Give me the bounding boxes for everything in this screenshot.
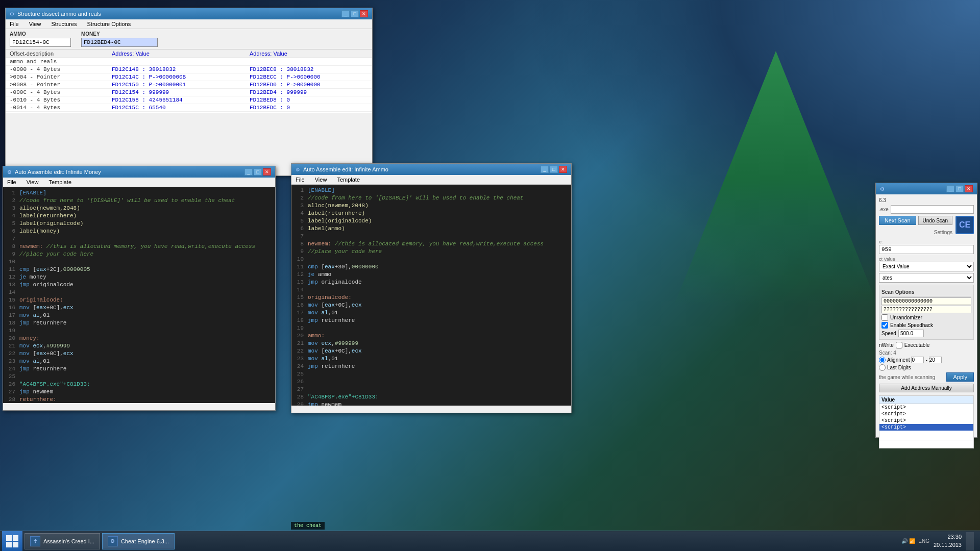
table-row[interactable]: -000C - 4 BytesFD12C154 : 999999FD12BED4…: [6, 89, 372, 96]
ce-unrandomizer-checkbox[interactable]: [881, 314, 888, 321]
line-code: newmem: //this is allocated memory, you …: [308, 240, 569, 248]
struct-table-container: ammo and reals-0000 - 4 BytesFD12C148 : …: [6, 58, 372, 169]
code-line: 12je money: [5, 273, 273, 281]
ce-last-digits-radio[interactable]: [879, 364, 886, 371]
code-ammo-maximize-btn[interactable]: □: [550, 166, 558, 173]
code-ammo-close-btn[interactable]: ✕: [559, 166, 567, 173]
struct-close-btn[interactable]: ✕: [360, 10, 368, 17]
code-money-menu-template[interactable]: Template: [46, 179, 74, 186]
ce-logo-row: Next Scan Undo Scan Settings CE: [879, 216, 974, 235]
ce-apply-button[interactable]: Apply: [946, 372, 974, 382]
ce-align-from-input[interactable]: [911, 357, 924, 363]
start-button[interactable]: [2, 531, 22, 552]
ce-value-text-input[interactable]: [879, 440, 973, 448]
line-number: 19: [293, 324, 308, 332]
code-line: 14: [293, 286, 569, 294]
struct-menu-structures[interactable]: Structures: [49, 20, 79, 28]
line-number: 6: [293, 225, 308, 233]
struct-cell-val1: FD12C148 : 38018832: [112, 66, 250, 72]
ce-unrandomizer-row: Unrandomizer: [881, 314, 971, 321]
code-ammo-menu-view[interactable]: View: [313, 176, 329, 183]
ce-alignment-radio[interactable]: [879, 357, 886, 363]
struct-maximize-btn[interactable]: □: [351, 10, 359, 17]
struct-table: ammo and reals-0000 - 4 BytesFD12C148 : …: [6, 58, 372, 113]
code-money-close-btn[interactable]: ✕: [263, 168, 271, 176]
code-line: 18jmp returnhere: [293, 317, 569, 324]
ce-add-address-button[interactable]: Add Address Manually: [879, 384, 974, 392]
table-row[interactable]: >0008 - PointerFD12C150 : P->00000001FD1…: [6, 81, 372, 89]
ce-value-list[interactable]: <script><script><script><script>: [879, 404, 973, 440]
ce-value-input[interactable]: [879, 245, 974, 254]
ce-panel-maximize-btn[interactable]: □: [955, 185, 964, 192]
list-item[interactable]: <script>: [879, 424, 973, 431]
undo-scan-button[interactable]: Undo Scan: [918, 216, 952, 225]
code-line: 8newmem: //this is allocated memory, you…: [5, 243, 273, 251]
code-money-title-icon: ⚙: [7, 169, 12, 175]
ce-speed-input[interactable]: [898, 330, 924, 337]
code-ammo-titlebar[interactable]: ⚙ Auto Assemble edit: Infinite Ammo _ □ …: [291, 164, 571, 175]
ce-hex-mask-input[interactable]: [881, 306, 971, 313]
line-code: [308, 370, 569, 378]
line-code: "AC4BFSP.exe"+C81D33:: [308, 393, 569, 401]
next-scan-button[interactable]: Next Scan: [879, 216, 916, 225]
ce-value-type-select[interactable]: Exact Value Bigger than... Smaller than.…: [879, 262, 974, 271]
table-row[interactable]: -0010 - 4 BytesFD12C158 : 4245651184FD12…: [6, 96, 372, 104]
line-code: alloc(newmem,2048): [308, 202, 569, 210]
table-row[interactable]: -0000 - 4 BytesFD12C148 : 38018832FD12BE…: [6, 66, 372, 73]
table-row[interactable]: >0004 - PointerFD12C14C : P->0000000BFD1…: [6, 73, 372, 81]
struct-titlebar[interactable]: ⚙ Structure dissect:ammo and reals _ □ ✕: [6, 8, 372, 19]
line-number: 22: [5, 350, 19, 358]
code-ammo-menu-file[interactable]: File: [293, 176, 307, 183]
ce-settings-label[interactable]: Settings: [934, 230, 952, 235]
line-number: 20: [293, 332, 308, 340]
line-number: 5: [5, 220, 19, 228]
ce-align-to-input[interactable]: [929, 357, 942, 363]
list-item[interactable]: <script>: [879, 411, 973, 417]
struct-ammo-input[interactable]: [10, 38, 71, 47]
ce-exe-input[interactable]: [891, 205, 974, 214]
line-code: originalcode:: [19, 296, 273, 304]
code-money-menu-view[interactable]: View: [24, 179, 41, 186]
table-row[interactable]: ammo and reals: [6, 58, 372, 66]
struct-cell-offset: -000C - 4 Bytes: [10, 89, 112, 95]
ce-panel-minimize-btn[interactable]: _: [946, 185, 954, 192]
list-item[interactable]: <script>: [879, 404, 973, 411]
taskbar-item-cheatengine[interactable]: ⚙ Cheat Engine 6.3...: [102, 533, 175, 549]
list-item[interactable]: <script>: [879, 417, 973, 424]
code-money-area[interactable]: 1[ENABLE]2//code from here to '[DISABLE]…: [3, 187, 275, 403]
ce-game-apply-row: the game while scanning Apply: [879, 372, 974, 382]
code-money-maximize-btn[interactable]: □: [254, 168, 262, 176]
ce-panel-close-btn[interactable]: ✕: [965, 185, 973, 192]
table-row[interactable]: -0014 - 4 BytesFD12C15C : 65540FD12BEDC …: [6, 104, 372, 112]
code-line: 21mov ecx,#999999: [293, 340, 569, 347]
code-ammo-menu-template[interactable]: Template: [335, 176, 362, 183]
code-money-titlebar[interactable]: ⚙ Auto Assemble edit: Infinite Money _ □…: [3, 166, 275, 178]
line-code: jmp returnhere: [308, 363, 569, 370]
struct-menu-file[interactable]: File: [8, 20, 21, 28]
clock-time: 23:30: [934, 533, 962, 541]
code-ammo-window-controls: _ □ ✕: [541, 166, 567, 173]
line-number: 25: [293, 370, 308, 378]
line-number: 2: [293, 194, 308, 202]
struct-menu-view[interactable]: View: [27, 20, 43, 28]
code-money-menu-file[interactable]: File: [5, 179, 18, 186]
struct-money-group: MONEY: [81, 31, 158, 47]
struct-cell-val1: FD12C14C : P->0000000B: [112, 74, 250, 80]
ce-speedhack-checkbox[interactable]: [881, 322, 888, 329]
table-row[interactable]: -0018 - 4 BytesFD12C160 : 0FD12BEE0 : 0: [6, 112, 372, 113]
struct-minimize-btn[interactable]: _: [341, 10, 350, 17]
code-ammo-title: Auto Assemble edit: Infinite Ammo: [303, 166, 388, 172]
taskbar-item-assassin[interactable]: 🗡 Assassin's Creed I...: [24, 533, 100, 549]
ce-ct-row: ct Value Exact Value Bigger than... Smal…: [879, 256, 974, 271]
ce-hex-value-input[interactable]: [881, 297, 971, 305]
show-desktop-button[interactable]: [966, 532, 974, 550]
line-code: jmp originalcode: [19, 281, 273, 289]
struct-money-input[interactable]: [81, 38, 158, 47]
code-ammo-area[interactable]: 1[ENABLE]2//code from here to '[DISABLE]…: [291, 185, 571, 406]
ce-ates-row: ates: [879, 273, 974, 283]
ce-ates-select[interactable]: ates: [879, 273, 974, 283]
struct-menu-options[interactable]: Structure Options: [85, 20, 133, 28]
code-money-minimize-btn[interactable]: _: [244, 168, 253, 176]
ce-executable-checkbox[interactable]: [896, 342, 902, 348]
code-ammo-minimize-btn[interactable]: _: [541, 166, 549, 173]
